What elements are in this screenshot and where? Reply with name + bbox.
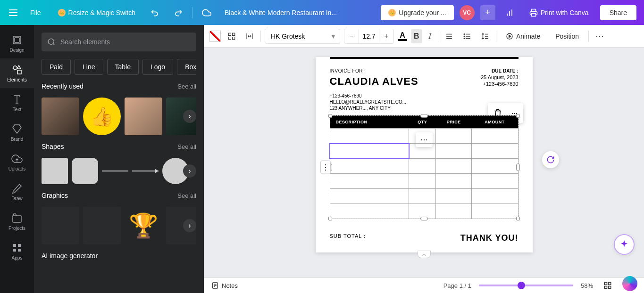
analytics-button[interactable]: [501, 4, 518, 21]
shape-rounded-square[interactable]: [72, 158, 98, 184]
chip-paid[interactable]: Paid: [42, 59, 71, 75]
table-cell[interactable]: [436, 144, 471, 159]
border-style-button[interactable]: [225, 29, 239, 43]
table-cell[interactable]: [471, 129, 518, 144]
italic-button[interactable]: I: [426, 29, 434, 43]
see-all-link[interactable]: See all: [177, 83, 196, 90]
table-cell-selected[interactable]: [330, 144, 409, 159]
font-size-decrease[interactable]: −: [344, 29, 359, 43]
list-button[interactable]: [460, 29, 474, 43]
user-avatar[interactable]: VC: [460, 5, 475, 20]
invoice-email[interactable]: HELLO@REALLYGREATSITE.CO...: [330, 99, 418, 105]
invoice-phone[interactable]: +123-456-7890: [330, 93, 418, 98]
document-title[interactable]: Black & White Modern Restaurant In...: [225, 9, 337, 16]
print-button[interactable]: Print with Canva: [524, 5, 594, 21]
table-cell[interactable]: [409, 174, 436, 189]
table-cell[interactable]: [330, 204, 409, 219]
notes-button[interactable]: Notes: [211, 282, 238, 289]
table-cell[interactable]: [409, 129, 436, 144]
nav-brand[interactable]: Brand: [0, 118, 34, 147]
table-cell[interactable]: [471, 204, 518, 219]
table-header[interactable]: PRICE: [436, 116, 471, 129]
redo-button[interactable]: [169, 4, 186, 21]
thumb-photo[interactable]: [42, 98, 79, 135]
nav-apps[interactable]: Apps: [0, 236, 34, 266]
due-phone[interactable]: +123-456-7890: [481, 81, 519, 87]
nav-draw[interactable]: Draw: [0, 177, 34, 207]
table-cell[interactable]: [330, 129, 409, 144]
regenerate-button[interactable]: [542, 151, 559, 168]
table-cell[interactable]: [471, 144, 518, 159]
invoice-address[interactable]: 123 ANYWHER..., ANY CITY: [330, 106, 418, 111]
zoom-thumb[interactable]: [518, 282, 525, 289]
thumb-photo[interactable]: [125, 98, 162, 135]
nav-elements[interactable]: Elements: [0, 58, 34, 88]
table-cell[interactable]: [409, 159, 436, 174]
table-cell[interactable]: [471, 174, 518, 189]
spacing-button[interactable]: [243, 29, 257, 43]
carousel-next-button[interactable]: ›: [183, 164, 196, 178]
carousel-next-button[interactable]: ›: [183, 110, 196, 123]
text-align-button[interactable]: [442, 29, 456, 43]
nav-design[interactable]: Design: [0, 29, 34, 58]
table-cell[interactable]: [436, 189, 471, 204]
add-collaborator-button[interactable]: +: [480, 5, 495, 20]
graphic-item[interactable]: [42, 207, 79, 244]
shape-line[interactable]: [102, 158, 128, 184]
thankyou-text[interactable]: THANK YOU!: [460, 233, 519, 243]
table-cell[interactable]: [330, 189, 409, 204]
animate-button[interactable]: Animate: [500, 30, 546, 43]
shape-arrow[interactable]: [132, 158, 159, 184]
font-size-input[interactable]: [359, 29, 379, 43]
grid-view-button[interactable]: [601, 278, 615, 293]
invoice-for-label[interactable]: INVOICE FOR :: [330, 68, 418, 73]
row-drag-handle[interactable]: ⋮: [320, 161, 331, 174]
assistant-fab[interactable]: [614, 234, 635, 255]
nav-projects[interactable]: Projects: [0, 207, 34, 236]
chip-logo[interactable]: Logo: [142, 59, 173, 75]
font-family-select[interactable]: HK Grotesk: [265, 29, 340, 44]
undo-button[interactable]: [147, 4, 164, 21]
position-button[interactable]: Position: [550, 30, 585, 43]
table-cell[interactable]: [330, 174, 409, 189]
text-color-button[interactable]: A: [398, 32, 407, 41]
bold-button[interactable]: B: [411, 29, 422, 43]
chip-box[interactable]: Box: [177, 59, 196, 75]
cloud-sync-icon[interactable]: [198, 4, 215, 21]
shape-square[interactable]: [42, 158, 68, 184]
help-button[interactable]: [622, 276, 637, 291]
graphic-wreath[interactable]: 🏆: [125, 207, 162, 244]
invoice-table[interactable]: DESCRIPTION QTY PRICE AMOUNT: [330, 115, 519, 219]
due-date-label[interactable]: DUE DATE :: [481, 68, 519, 73]
subtotal-label[interactable]: SUB TOTAL :: [330, 233, 366, 243]
table-cell[interactable]: [436, 129, 471, 144]
search-input[interactable]: [42, 33, 196, 51]
table-cell[interactable]: [471, 159, 518, 174]
thumb-thumbs-up-icon[interactable]: 👍: [83, 98, 121, 135]
nav-text[interactable]: Text: [0, 88, 34, 118]
resize-magic-switch[interactable]: 👑 Resize & Magic Switch: [52, 5, 141, 20]
table-cell[interactable]: [471, 189, 518, 204]
due-date-value[interactable]: 25 August, 2023: [481, 74, 519, 80]
carousel-next-button[interactable]: ›: [183, 219, 196, 232]
page-expand-button[interactable]: ︿: [418, 251, 431, 258]
zoom-slider[interactable]: [479, 285, 573, 286]
font-size-increase[interactable]: +: [379, 29, 393, 43]
more-options-button[interactable]: ⋯: [593, 28, 608, 44]
table-cell[interactable]: [409, 204, 436, 219]
see-all-link[interactable]: See all: [177, 192, 196, 199]
file-menu[interactable]: File: [25, 5, 47, 20]
table-cell[interactable]: [436, 174, 471, 189]
canvas-area[interactable]: INVOICE FOR : CLAUDIA ALVES +123-456-789…: [204, 48, 644, 277]
table-cell[interactable]: [409, 189, 436, 204]
table-header[interactable]: QTY: [409, 116, 436, 129]
graphic-chef[interactable]: [83, 207, 121, 244]
invoice-client-name[interactable]: CLAUDIA ALVES: [330, 75, 418, 88]
chip-table[interactable]: Table: [107, 59, 139, 75]
upgrade-button[interactable]: 👑 Upgrade your ...: [381, 5, 453, 20]
table-cell[interactable]: [436, 159, 471, 174]
table-cell[interactable]: [409, 144, 436, 159]
see-all-link[interactable]: See all: [177, 143, 196, 150]
line-spacing-button[interactable]: [478, 29, 492, 43]
border-color-swatch[interactable]: [209, 31, 221, 42]
